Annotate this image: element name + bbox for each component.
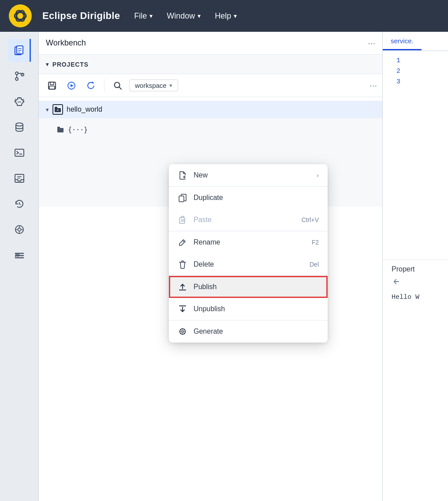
svg-line-35 — [119, 87, 121, 89]
sidebar — [0, 32, 39, 501]
svg-marker-33 — [71, 84, 74, 87]
workspace-dropdown[interactable]: workspace ▾ — [129, 79, 178, 91]
menu-file[interactable]: File ▾ — [134, 11, 153, 21]
context-menu-paste-label: Paste — [194, 216, 295, 224]
editor-code-area[interactable] — [404, 56, 407, 87]
sidebar-item-database[interactable] — [8, 116, 31, 139]
file-item-label: {···} — [68, 126, 88, 134]
menu-window[interactable]: Window ▾ — [167, 11, 201, 21]
context-menu-item-paste: Paste Ctrl+V — [169, 209, 328, 231]
project-item-hello-world[interactable]: ▾ ✕ hello_world — [39, 101, 382, 118]
svg-line-60 — [184, 333, 185, 334]
line-number-2: 2 — [386, 66, 400, 77]
workbench-panel: Workbench ··· ▾ PROJECTS — [39, 32, 383, 501]
sidebar-item-history[interactable] — [8, 192, 31, 215]
context-menu-item-rename[interactable]: Rename F2 — [169, 231, 328, 253]
projects-label: PROJECTS — [52, 61, 89, 68]
search-button[interactable] — [110, 78, 126, 94]
new-file-icon — [178, 170, 187, 180]
main-content: Workbench ··· ▾ PROJECTS — [39, 32, 448, 501]
workbench-more-button[interactable]: ··· — [368, 38, 375, 48]
paste-icon — [178, 215, 187, 225]
svg-rect-45 — [179, 218, 185, 223]
save-button[interactable] — [44, 78, 60, 94]
svg-line-22 — [19, 204, 21, 205]
tree-chevron-icon: ▾ — [46, 106, 49, 113]
svg-point-2 — [15, 9, 26, 23]
svg-text:✕: ✕ — [56, 109, 59, 112]
sidebar-item-debug[interactable] — [8, 90, 31, 113]
svg-line-61 — [184, 330, 185, 331]
main-layout: Workbench ··· ▾ PROJECTS — [0, 32, 448, 501]
toolbar: workspace ▾ ··· — [39, 74, 382, 97]
delete-icon — [178, 260, 187, 269]
sidebar-item-workbench[interactable] — [8, 39, 31, 62]
svg-point-24 — [18, 228, 21, 231]
context-menu-item-duplicate[interactable]: Duplicate — [169, 187, 328, 209]
chevron-down-icon: ▾ — [198, 12, 201, 19]
publish-icon — [178, 282, 187, 292]
chevron-down-icon: ▾ — [169, 82, 172, 89]
svg-line-14 — [23, 99, 24, 100]
sidebar-item-inbox[interactable] — [8, 167, 31, 190]
toolbar-more-button[interactable]: ··· — [370, 80, 377, 90]
svg-line-59 — [181, 330, 182, 331]
editor-content: 1 2 3 — [383, 51, 448, 92]
sidebar-item-terminal[interactable] — [8, 141, 31, 164]
sidebar-item-git[interactable] — [8, 64, 31, 87]
context-menu-publish-label: Publish — [194, 283, 319, 291]
context-menu-item-publish[interactable]: Publish — [169, 276, 328, 298]
project-folder-icon: ✕ — [52, 104, 63, 115]
chevron-down-icon: ▾ — [234, 12, 237, 19]
context-menu-item-delete[interactable]: Delete Del — [169, 253, 328, 275]
projects-header: ▾ PROJECTS — [39, 55, 382, 74]
projects-chevron-icon: ▾ — [46, 61, 49, 68]
svg-line-13 — [15, 99, 16, 100]
run-button[interactable] — [63, 78, 79, 94]
context-menu-generate-label: Generate — [194, 328, 319, 335]
properties-panel: Propert Hello W — [383, 260, 448, 310]
editor-panel: service. 1 2 3 Propert — [383, 32, 448, 501]
properties-back-button[interactable] — [392, 273, 439, 290]
svg-rect-31 — [49, 86, 55, 89]
context-menu-item-generate[interactable]: Generate — [169, 320, 328, 343]
properties-content: Hello W — [392, 290, 439, 305]
rename-icon — [178, 237, 187, 247]
line-number-3: 3 — [386, 77, 400, 87]
svg-rect-4 — [17, 46, 23, 54]
topbar: Eclipse Dirigible File ▾ Window ▾ Help ▾ — [0, 0, 448, 32]
workbench-header: Workbench ··· — [39, 32, 382, 55]
duplicate-icon — [178, 193, 187, 203]
toolbar-separator — [104, 79, 105, 92]
delete-shortcut: Del — [310, 261, 319, 268]
line-numbers: 1 2 3 — [383, 56, 404, 87]
svg-rect-40 — [57, 128, 63, 132]
svg-point-9 — [15, 78, 18, 80]
svg-rect-16 — [15, 149, 24, 156]
context-menu-unpublish-label: Unpublish — [194, 305, 319, 313]
rename-shortcut: F2 — [312, 239, 319, 246]
file-tree-subitem[interactable]: {···} — [56, 122, 365, 138]
line-number-1: 1 — [386, 56, 400, 66]
chevron-down-icon: ▾ — [149, 12, 153, 19]
sidebar-item-monitor[interactable] — [8, 218, 31, 241]
refresh-button[interactable] — [83, 78, 99, 94]
svg-point-54 — [182, 331, 183, 332]
context-menu-item-unpublish[interactable]: Unpublish — [169, 298, 328, 320]
topbar-menu: File ▾ Window ▾ Help ▾ — [134, 11, 237, 21]
context-menu-duplicate-label: Duplicate — [194, 194, 319, 202]
generate-icon — [178, 327, 187, 336]
context-menu-item-new[interactable]: New › — [169, 164, 328, 186]
svg-line-62 — [181, 333, 182, 334]
sidebar-item-more[interactable] — [8, 244, 31, 267]
workspace-label: workspace — [135, 82, 167, 89]
paste-shortcut: Ctrl+V — [302, 216, 319, 223]
app-title: Eclipse Dirigible — [42, 10, 120, 22]
editor-tab-service[interactable]: service. — [383, 33, 422, 50]
svg-rect-44 — [179, 196, 184, 202]
context-menu-new-label: New — [194, 171, 310, 179]
project-name: hello_world — [67, 105, 102, 113]
svg-line-48 — [183, 241, 184, 242]
menu-help[interactable]: Help ▾ — [215, 11, 237, 21]
submenu-arrow-icon: › — [317, 172, 319, 179]
